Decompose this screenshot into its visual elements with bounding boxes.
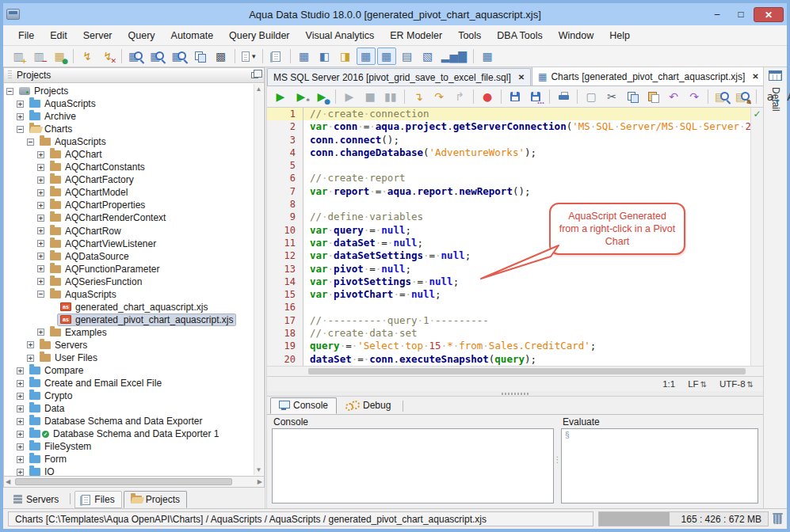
panel-grip-icon[interactable] [8,70,12,80]
expand-icon[interactable]: + [17,113,24,120]
expand-icon[interactable]: + [17,380,24,387]
cut-button[interactable]: ✂ [602,88,621,105]
lowercase-button[interactable]: a▾ [761,88,780,105]
menu-query[interactable]: Query [121,28,162,44]
panel-tab-projects[interactable]: Projects [124,491,187,508]
connect-plug-button[interactable]: ↯ [78,48,97,65]
expand-icon[interactable]: + [17,367,24,374]
expand-icon[interactable]: + [37,240,44,247]
expand-icon[interactable]: + [27,355,34,362]
code-line[interactable]: 19query·=·'Select·top·15·*·from·Sales.Cr… [267,340,750,352]
scroll-right-icon[interactable]: ▶ [258,478,262,485]
code-line[interactable]: 4conn.changeDatabase('AdventureWorks'); [267,146,750,159]
tree-item[interactable]: +IO [6,466,253,477]
expand-icon[interactable]: + [17,101,24,108]
tree-item[interactable]: −Charts [6,123,253,135]
replace-button[interactable]: ▤a [733,88,752,105]
expand-icon[interactable]: + [37,329,44,336]
code-line[interactable]: 5 [267,159,750,172]
menu-server[interactable]: Server [76,28,120,44]
expand-icon[interactable]: + [37,189,44,196]
garbage-collect-icon[interactable] [773,515,782,524]
expand-icon[interactable]: + [17,456,24,463]
stop-button[interactable]: ■ [361,88,380,105]
encoding-selector[interactable]: UTF-8⇅ [719,379,754,389]
close-tab-icon[interactable]: ✕ [518,73,525,82]
expand-icon[interactable]: + [27,341,34,348]
dropdown-arrow-icon[interactable]: ▾ [252,52,256,60]
line-ending-selector[interactable]: LF⇅ [688,379,707,389]
tree-item[interactable]: +AQChartConstants [6,161,253,173]
tree-item[interactable]: +AQSeriesFunction [6,276,253,288]
scrollbar-thumb[interactable] [15,478,232,485]
er-diagram-button[interactable]: ▧ [418,48,437,65]
collapse-icon[interactable]: − [27,139,34,146]
paste-button[interactable] [643,88,662,105]
expand-icon[interactable]: + [37,278,44,285]
undo-button[interactable]: ↶ [664,88,683,105]
find-button[interactable]: ▤ [712,88,731,105]
code-line[interactable]: 7var·report·=·aqua.report.newReport(); [267,185,750,198]
query-analyzer-grid-button[interactable]: ▦ [147,48,167,65]
tree-item[interactable]: +Create and Email Excel File [6,377,253,390]
outline-view-button[interactable]: ▤ [398,48,417,65]
tree-item[interactable]: asgenerated_chart_aquascript.xjs [6,301,253,314]
code-line[interactable]: 3conn.connect(); [267,134,750,146]
code-editor[interactable]: 1//·create·connection2var·conn·=·aqua.pr… [267,108,763,366]
scroll-down-icon[interactable]: ▼ [256,466,262,473]
expand-icon[interactable]: + [37,177,44,184]
print-button[interactable] [554,88,573,105]
register-server-button[interactable]: ▥+ [9,48,28,65]
menu-file[interactable]: File [11,28,41,44]
redo-button[interactable]: ↷ [685,88,704,105]
resume-button[interactable]: ▶ [340,88,359,105]
float-panel-icon[interactable] [251,72,258,78]
expand-icon[interactable]: + [17,393,24,400]
expand-icon[interactable]: + [37,164,44,171]
tree-item[interactable]: +AQChartModel [6,186,253,199]
form-view-button[interactable]: ◧ [315,48,334,65]
editor-horizontal-scrollbar[interactable] [267,366,763,376]
tree-item[interactable]: +Data [6,402,253,415]
minimize-button[interactable]: – [706,7,728,22]
editor-tab[interactable]: MS SQL Server 2016 [pivot_grid_save_to_e… [267,68,531,86]
console-evaluate-splitter[interactable]: ⋮ [554,416,561,504]
save-button[interactable] [506,88,525,105]
tree-item[interactable]: +AQDataSource [6,250,253,263]
code-line[interactable]: 20dataSet·=·conn.executeSnapshot(query); [267,353,750,366]
console-output[interactable] [272,428,554,504]
expand-icon[interactable]: + [17,443,24,450]
code-line[interactable]: 15var·pivotChart·=·null; [267,288,750,301]
menu-edit[interactable]: Edit [43,28,74,44]
tree-item[interactable]: +Form [6,453,253,466]
collapse-icon[interactable]: − [37,291,44,298]
tree-item[interactable]: +AQChartRow [6,225,253,238]
uppercase-button[interactable]: A▴ [781,88,790,105]
menu-help[interactable]: Help [602,28,637,44]
editor-tab[interactable]: ▦Charts [generated_pivot_chart_aquascrip… [532,67,763,86]
unregister-server-button[interactable]: ▥− [29,48,48,65]
tree-item[interactable]: +AQChartViewListener [6,238,253,250]
menu-query-builder[interactable]: Query Builder [222,28,296,44]
code-line[interactable]: 2var·conn·=·aqua.project.getServerConnec… [267,120,750,133]
tree-item[interactable]: +AQChartProperties [6,199,253,211]
evaluate-input[interactable]: § [561,428,758,504]
close-button[interactable]: ✕ [754,7,784,22]
annotation-strip[interactable]: ✓ [750,108,763,366]
expand-icon[interactable]: + [17,405,24,412]
memory-gauge[interactable]: 165 : 426 : 672 MB [598,511,769,526]
tree-item[interactable]: +AQFunctionParameter [6,263,253,276]
tree-item[interactable]: asgenerated_pivot_chart_aquascript.xjs [6,314,253,326]
menu-er-modeler[interactable]: ER Modeler [383,28,449,44]
chart-button[interactable]: ▂▅▇ [439,48,469,65]
expand-icon[interactable]: + [37,265,44,272]
disconnect-plug-button[interactable]: ↯✕ [98,48,117,65]
code-line[interactable]: 6//·create·report [267,172,750,184]
tree-horizontal-scrollbar[interactable]: ◀ ▶ [3,477,265,488]
panel-tab-files[interactable]: Files [74,491,121,508]
console-tab-console[interactable]: Console [270,397,337,414]
tree-item[interactable]: +Servers [6,339,253,352]
new-document-button[interactable]: ▾ [239,48,258,65]
expand-icon[interactable]: + [37,202,44,209]
save-as-button[interactable]: … [526,88,545,105]
